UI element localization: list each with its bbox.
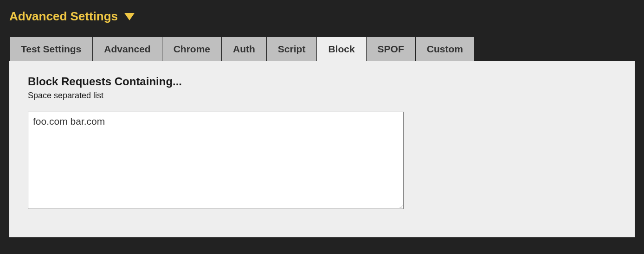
- tab-script[interactable]: Script: [267, 37, 317, 61]
- tab-custom[interactable]: Custom: [416, 37, 475, 61]
- block-panel: Block Requests Containing... Space separ…: [9, 61, 635, 237]
- chevron-down-icon: [124, 13, 135, 20]
- tab-test-settings[interactable]: Test Settings: [9, 37, 93, 61]
- tab-spof[interactable]: SPOF: [367, 37, 416, 61]
- tab-advanced[interactable]: Advanced: [93, 37, 162, 61]
- tab-block[interactable]: Block: [317, 37, 366, 61]
- settings-tabs: Test Settings Advanced Chrome Auth Scrip…: [9, 37, 635, 61]
- tab-auth[interactable]: Auth: [222, 37, 267, 61]
- tab-chrome[interactable]: Chrome: [162, 37, 222, 61]
- advanced-settings-header[interactable]: Advanced Settings: [9, 9, 635, 24]
- block-requests-textarea[interactable]: [28, 112, 404, 209]
- block-panel-heading: Block Requests Containing...: [28, 75, 616, 88]
- advanced-settings-title: Advanced Settings: [9, 9, 118, 24]
- block-panel-subtext: Space separated list: [28, 91, 616, 101]
